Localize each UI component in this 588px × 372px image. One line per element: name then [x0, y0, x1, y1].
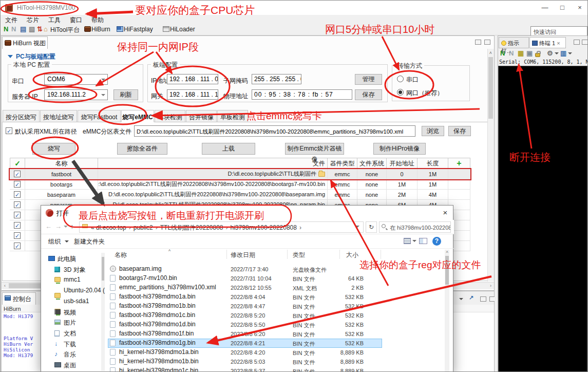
column-header-2[interactable]: 类型	[288, 250, 340, 259]
tab-合并镜像[interactable]: 合并镜像	[186, 110, 217, 122]
file-name[interactable]: fastboot-hi3798mdmo1c.bin	[119, 311, 224, 319]
file-name[interactable]: fastboot-hi3798mdmo1a.bin	[119, 293, 224, 300]
up-icon[interactable]: ↑	[70, 222, 74, 230]
transfer-radio-network[interactable]	[397, 89, 404, 96]
file-scroll-up-icon[interactable]: ˄	[445, 250, 449, 254]
sidebar-item[interactable]: mmc1	[64, 276, 81, 283]
tab-烧写Fastboot[interactable]: 烧写Fastboot	[78, 110, 121, 122]
tab-close-icon[interactable]: ×	[555, 40, 560, 46]
minimize-button[interactable]: —	[536, 1, 554, 14]
file-name[interactable]: hi_kernel-hi3798mdmo1c.bin	[119, 367, 224, 372]
sidebar-item[interactable]: 文档	[64, 329, 76, 338]
gateway-field[interactable]: 192 . 168 . 111 . 1	[167, 89, 218, 100]
connect-icon[interactable]: N	[4, 25, 8, 34]
organize-button[interactable]: 组织	[48, 237, 61, 246]
column-header-1[interactable]: 修改日期	[227, 250, 288, 259]
sidebar-item[interactable]: 桌面	[64, 361, 76, 370]
console-menu-caret-icon[interactable]	[459, 298, 463, 302]
transfer-icon[interactable]: ⇅	[37, 25, 43, 34]
column-header-3[interactable]: 大小	[340, 250, 381, 259]
view-mode-icon[interactable]	[404, 238, 411, 244]
scroll-left-icon[interactable]: ‹	[2, 282, 8, 289]
panel-maximize-icon[interactable]	[484, 40, 490, 45]
lock-icon[interactable]	[535, 53, 540, 57]
sidebar-item[interactable]: 图片	[64, 319, 76, 327]
action-button-2[interactable]: 上载	[202, 143, 255, 155]
sidebar-item[interactable]: 下载	[64, 340, 76, 349]
new-terminal-icon-caret[interactable]	[568, 52, 572, 57]
new-folder-button[interactable]: 新建文件夹	[74, 237, 105, 246]
breadcrumb-segment[interactable]: TTL线刷固件20220808	[160, 224, 223, 231]
breadcrumb-segment[interactable]: hi3798mv100-20220808	[231, 224, 297, 231]
file-name[interactable]: emmc_partitions_hi3798mv100.xml	[119, 284, 224, 291]
terminal-tab-terminal1[interactable]: 终端 1 ×	[529, 37, 566, 48]
file-name[interactable]: baseparam.img	[119, 265, 224, 272]
file-name[interactable]: hi_kernel-hi3798mdmo1b.bin	[119, 358, 224, 365]
manage-button[interactable]: 管理	[355, 74, 382, 85]
back-icon[interactable]: ←	[45, 222, 52, 230]
tab-按地址烧写[interactable]: 按地址烧写	[40, 110, 77, 122]
sidebar-scrollbar-thumb[interactable]	[102, 257, 104, 281]
history-caret-icon[interactable]	[64, 226, 68, 230]
vertical-scrollbar-thumb[interactable]	[488, 57, 493, 119]
add-partition-icon[interactable]: +	[457, 159, 461, 168]
server-ip-select[interactable]: 192.168.111.2	[44, 89, 108, 100]
sidebar-item[interactable]: 此电脑	[58, 255, 76, 264]
refresh-icon[interactable]: ↻	[366, 221, 377, 233]
tab-坏块检测[interactable]: 坏块检测	[155, 110, 185, 122]
action-button-1[interactable]: 擦除全器件	[117, 143, 167, 155]
column-header-0[interactable]: 名称	[108, 250, 227, 259]
console-minimize-icon[interactable]	[480, 296, 486, 302]
copy-icon[interactable]: ▣	[526, 49, 533, 57]
file-name[interactable]: fastboot-hi3798mdmo1f.bin	[119, 330, 224, 337]
sidebar-item[interactable]: 视频	[64, 308, 76, 317]
xml-path-checkbox[interactable]	[6, 127, 12, 134]
refresh-button[interactable]: 刷新	[113, 89, 138, 100]
action-button-4[interactable]: 制作HiPro镜像	[373, 143, 426, 155]
section-collapse-icon[interactable]	[8, 55, 13, 58]
panel-minimize-icon[interactable]	[475, 40, 481, 45]
file-name[interactable]: fastboot-hi3798mdmo1b.bin	[119, 302, 224, 309]
table-icon[interactable]: ▦	[518, 49, 524, 57]
mac-field[interactable]: 00 : 95 : 38 : 78 : fb : 57	[252, 89, 352, 100]
view-mode-caret-icon[interactable]	[412, 240, 416, 244]
scroll-up-icon[interactable]: ˄	[487, 49, 494, 57]
sidebar-item[interactable]: Ubuntu-20.04 (	[64, 287, 105, 294]
sidebar-item[interactable]: usb-sda1	[64, 297, 89, 305]
terminal-maximize-icon[interactable]	[582, 40, 588, 45]
disconnect-icon[interactable]: N	[11, 25, 16, 34]
close-button[interactable]: ×	[571, 1, 588, 14]
subnet-mask-field[interactable]: 255 . 255 . 255 . 0	[252, 74, 301, 84]
sidebar-item[interactable]: 音乐	[64, 350, 76, 359]
row-checkbox[interactable]	[14, 212, 21, 218]
row-checkbox[interactable]	[14, 191, 21, 198]
scroll-right-icon[interactable]: ›	[487, 282, 494, 289]
row-checkbox[interactable]	[14, 243, 21, 249]
file-name[interactable]: fastboot-hi3798mdmo1d.bin	[119, 321, 224, 328]
edit-window-icon[interactable]: ▤	[20, 25, 26, 34]
terminal-minimize-icon[interactable]	[574, 40, 580, 45]
row-checkbox[interactable]	[14, 222, 21, 229]
launcher-3[interactable]: HiLoader	[170, 26, 195, 33]
terminal-screen[interactable]	[498, 66, 587, 372]
launcher-0[interactable]: HiTool平台	[50, 26, 80, 34]
launcher-1[interactable]: HiBurn	[91, 26, 110, 33]
help-icon[interactable]: ?	[432, 237, 441, 246]
browse-button[interactable]: 浏览	[422, 126, 444, 136]
file-name[interactable]: hi_kernel-hi3798mdmo1a.bin	[119, 348, 224, 356]
console-export-icon[interactable]: ↗	[469, 294, 473, 301]
action-burn-button[interactable]: 烧写	[32, 143, 75, 155]
search-input[interactable]: 在 hi3798mv100-2022080...	[379, 221, 451, 233]
breadcrumb-segment[interactable]: dl.ecoo.top	[96, 224, 126, 231]
breadcrumb-segment[interactable]: public2	[134, 224, 153, 231]
partition-table-path-field[interactable]: D:\dl.ecoo.top\public2\TTL线刷固件20220808\h…	[134, 125, 415, 137]
row-checkbox[interactable]	[14, 232, 21, 239]
disconnect-icon[interactable]: N	[509, 49, 514, 57]
action-button-3[interactable]: 制作Emmc烧片器镜像	[285, 143, 344, 155]
plug-icon[interactable]: ▧	[29, 25, 35, 34]
forward-icon[interactable]: →	[55, 222, 62, 230]
file-name[interactable]: bootargs7-mv100.bin	[119, 274, 224, 282]
board-save-button[interactable]: 保存	[355, 89, 382, 100]
row-checkbox[interactable]	[14, 171, 21, 177]
dialog-close-button[interactable]: ×	[437, 206, 454, 220]
